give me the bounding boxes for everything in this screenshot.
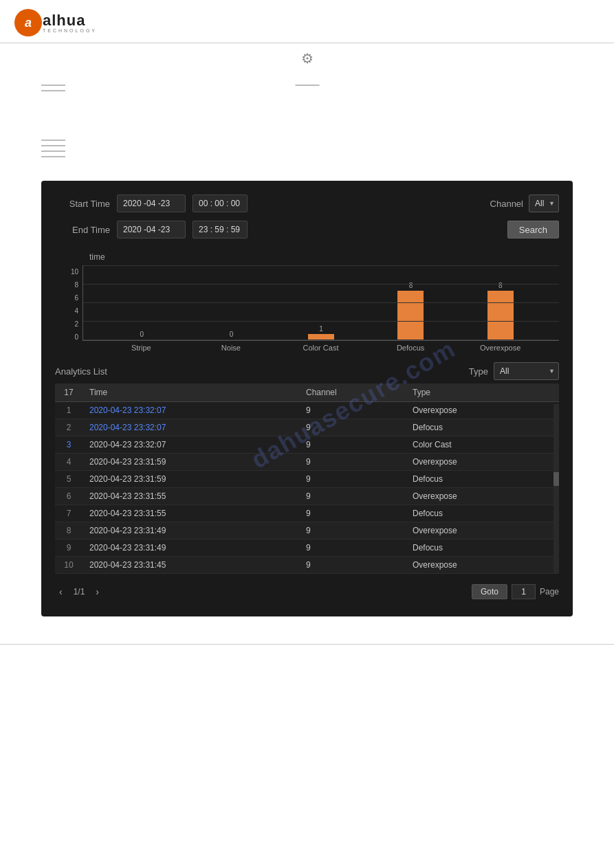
prev-page-button[interactable]: ‹ [55,585,67,599]
cell-time: 2020-04-23 23:31:49 [83,539,299,557]
x-label-colorcast: Color Cast [276,344,366,352]
col-type: Type [406,383,545,402]
goto-button[interactable]: Goto [472,584,507,599]
table-row[interactable]: 32020-04-23 23:32:079Color Cast [55,436,559,454]
logo-icon: a [14,8,43,37]
main-panel: dahuasecure.com Start Time Channel All 1… [41,181,573,616]
bar-stripe-value: 0 [140,331,144,338]
cell-type: Color Cast [406,436,545,454]
cell-time: 2020-04-23 23:31:55 [83,488,299,505]
cell-num: 4 [55,454,83,471]
col-scroll [545,383,559,402]
brand-name: alhua [43,13,97,28]
bar-noise-value: 0 [230,331,234,338]
table-row[interactable]: 102020-04-23 23:31:459Overexpose [55,557,559,574]
start-time-input[interactable] [193,194,248,212]
scroll-thumb [553,472,559,486]
cell-type: Overexpose [406,454,545,471]
nav-line-6 [41,156,65,157]
cell-type: Overexpose [406,522,545,539]
chart-title: time [89,252,559,262]
page-number-input[interactable] [512,584,536,599]
cell-num: 7 [55,505,83,522]
center-nav-stub [295,85,319,86]
cell-channel: 9 [299,402,406,419]
end-time-label: End Time [55,225,110,235]
y-label-0: 0 [62,333,78,341]
cell-num: 3 [55,436,83,454]
table-row[interactable]: 52020-04-23 23:31:599Defocus [55,471,559,488]
cell-channel: 9 [299,471,406,488]
end-time-row: End Time Search [55,221,559,238]
cell-type: Overexpose [406,557,545,574]
analytics-table-wrapper: 17 Time Channel Type 12020-04-23 23:32:0… [55,383,559,574]
type-select[interactable]: All Stripe Noise Color Cast Defocus Over… [494,362,559,380]
page-info: 1/1 [74,587,85,597]
cell-time: 2020-04-23 23:31:45 [83,557,299,574]
bar-colorcast-bar [308,334,334,340]
cell-channel: 9 [299,505,406,522]
cell-type: Defocus [406,471,545,488]
x-label-overexpose: Overexpose [455,344,545,352]
cell-num: 10 [55,557,83,574]
svg-text:a: a [25,16,32,30]
nav-line-5 [41,151,65,152]
gear-icon[interactable]: ⚙ [301,51,314,66]
bar-overexpose: 8 [456,265,545,340]
bar-overexpose-value: 8 [498,282,503,289]
table-row[interactable]: 92020-04-23 23:31:499Defocus [55,539,559,557]
bar-colorcast: 1 [276,265,366,340]
x-label-stripe: Stripe [96,344,186,352]
table-row[interactable]: 82020-04-23 23:31:499Overexpose [55,522,559,539]
nav-line-3 [41,140,65,141]
table-header-row: 17 Time Channel Type [55,383,559,402]
cell-type: Defocus [406,505,545,522]
x-label-defocus: Defocus [366,344,456,352]
type-select-wrapper: All Stripe Noise Color Cast Defocus Over… [494,362,559,380]
cell-channel: 9 [299,454,406,471]
table-row[interactable]: 42020-04-23 23:31:599Overexpose [55,454,559,471]
table-row[interactable]: 72020-04-23 23:31:559Defocus [55,505,559,522]
bar-noise: 0 [186,265,276,340]
start-time-label: Start Time [55,199,110,209]
y-label-4: 4 [62,307,78,315]
y-label-6: 6 [62,294,78,302]
page-text: Page [540,587,559,597]
page-nav: ‹ 1/1 › [55,585,103,599]
cell-num: 5 [55,471,83,488]
lower-nav-stubs [41,140,65,157]
search-button[interactable]: Search [507,221,559,238]
goto-section: Goto Page [472,584,559,599]
end-time-input[interactable] [193,221,248,238]
nav-line-1 [41,85,65,86]
cell-time: 2020-04-23 23:31:59 [83,454,299,471]
bar-stripe-bar [129,340,155,340]
cell-time: 2020-04-23 23:32:07 [83,419,299,436]
bar-noise-bar [219,340,245,340]
cell-time: 2020-04-23 23:31:59 [83,471,299,488]
analytics-header: Analytics List Type All Stripe Noise Col… [55,362,559,380]
table-row[interactable]: 22020-04-23 23:32:079Defocus [55,419,559,436]
x-label-noise: Noise [186,344,276,352]
analytics-table: 17 Time Channel Type 12020-04-23 23:32:0… [55,383,559,574]
next-page-button[interactable]: › [91,585,103,599]
cell-channel: 9 [299,557,406,574]
cell-num: 2 [55,419,83,436]
y-label-8: 8 [62,281,78,289]
cell-time: 2020-04-23 23:31:49 [83,522,299,539]
cell-channel: 9 [299,419,406,436]
channel-select[interactable]: All 123 456 789 [529,194,559,212]
logo: a alhua TECHNOLOGY [14,8,97,37]
table-row[interactable]: 62020-04-23 23:31:559Overexpose [55,488,559,505]
cell-channel: 9 [299,522,406,539]
scroll-indicator[interactable] [553,404,559,574]
pagination: ‹ 1/1 › Goto Page [55,581,559,603]
table-row[interactable]: 12020-04-23 23:32:079Overexpose [55,402,559,419]
cell-channel: 9 [299,539,406,557]
logo-brand: alhua TECHNOLOGY [43,13,97,33]
bar-defocus-bar [397,291,424,340]
start-date-input[interactable] [117,194,186,212]
end-date-input[interactable] [117,221,186,238]
cell-channel: 9 [299,436,406,454]
cell-time: 2020-04-23 23:32:07 [83,402,299,419]
